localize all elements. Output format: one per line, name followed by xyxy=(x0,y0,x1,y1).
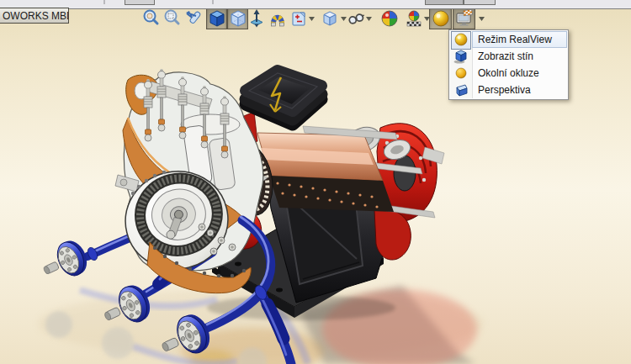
document-tab[interactable]: OWORKS MBD xyxy=(0,8,69,24)
scene-sphere-icon xyxy=(405,8,423,29)
view-settings-button[interactable] xyxy=(453,7,475,29)
hide-show-items-dropdown[interactable] xyxy=(363,14,374,23)
window-artifact xyxy=(212,0,214,4)
document-tab-label: OWORKS MBD xyxy=(3,10,69,22)
magnet-icon xyxy=(268,8,287,29)
window-artifact xyxy=(103,0,105,4)
pale-cube-icon xyxy=(229,8,247,29)
glasses-icon xyxy=(347,8,365,29)
gold-sphere-icon xyxy=(432,8,450,29)
wand-arrow-icon xyxy=(184,8,203,29)
edit-appearance-button[interactable] xyxy=(379,8,400,29)
magnet-tool-button[interactable] xyxy=(268,8,288,29)
previous-view-button[interactable] xyxy=(183,8,204,29)
top-window-strip xyxy=(0,0,631,9)
checkered-flag xyxy=(463,9,472,15)
display-style-shaded-button[interactable] xyxy=(206,7,227,29)
color-sphere-icon xyxy=(380,8,399,29)
monitor-flag-icon xyxy=(454,8,475,29)
magnifier-icon xyxy=(142,8,161,29)
gold-sphere-icon xyxy=(454,33,468,46)
window-artifact xyxy=(464,0,496,5)
checker-floor xyxy=(407,22,421,26)
menu-item-label: Okolní okluze xyxy=(472,67,539,79)
menu-item-ambient-occlusion[interactable]: Okolní okluze xyxy=(449,65,568,82)
cube-icon xyxy=(321,8,339,29)
view-settings-menu: Režim RealView Zobrazit stín Okolní oklu… xyxy=(448,29,569,100)
shaded-cube-icon xyxy=(208,8,226,29)
shadow-cube-icon xyxy=(453,50,469,64)
zoom-to-fit-button[interactable] xyxy=(141,8,162,29)
view-orientation-button[interactable] xyxy=(320,8,340,29)
drawing-view-dropdown[interactable] xyxy=(306,14,316,23)
menu-item-realview[interactable]: Režim RealView xyxy=(449,31,568,48)
zoom-to-area-button[interactable] xyxy=(162,8,183,29)
sheet-red-arrows-icon xyxy=(289,8,308,29)
section-view-button[interactable] xyxy=(247,8,267,29)
display-style-hidden-lines-button[interactable] xyxy=(227,7,248,29)
window-artifact xyxy=(425,0,464,5)
view-settings-dropdown[interactable] xyxy=(476,14,486,23)
realview-mode-button[interactable] xyxy=(429,7,452,29)
menu-item-label: Zobrazit stín xyxy=(472,50,533,62)
amber-ball-icon xyxy=(455,67,467,79)
menu-item-shadow[interactable]: Zobrazit stín xyxy=(449,48,568,65)
magnifier-area-icon xyxy=(163,8,182,29)
menu-item-perspective[interactable]: Perspektiva xyxy=(449,82,568,98)
arrow-plane-icon xyxy=(247,8,266,29)
perspective-cube-icon xyxy=(453,83,469,98)
window-artifact xyxy=(125,0,155,5)
menu-item-label: Režim RealView xyxy=(472,34,552,45)
menu-item-label: Perspektiva xyxy=(472,84,531,96)
